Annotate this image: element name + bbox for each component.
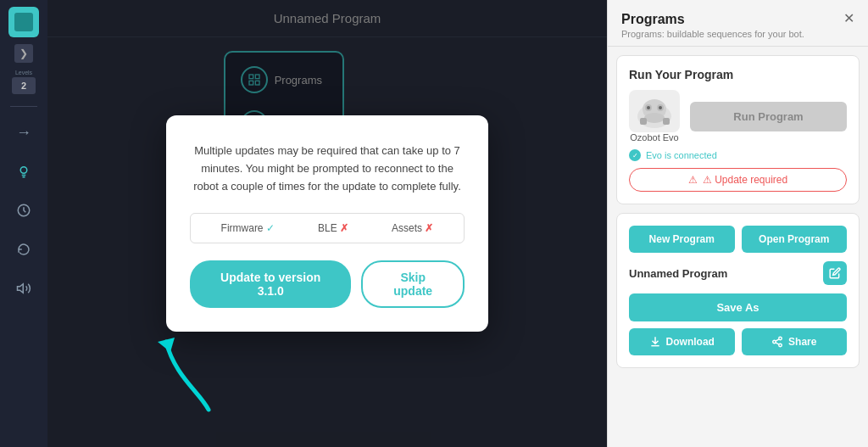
warning-icon: ⚠ <box>688 174 698 186</box>
dialog-overlay: Multiple updates may be required that ca… <box>47 0 607 447</box>
arrow-indicator <box>149 333 225 422</box>
svg-marker-2 <box>18 284 24 293</box>
right-panel: Programs Programs: buildable sequences f… <box>607 0 868 447</box>
share-button[interactable]: Share <box>742 328 848 355</box>
svg-point-26 <box>779 344 782 347</box>
ble-cross-icon: ✗ <box>340 222 348 234</box>
update-button[interactable]: Update to version 3.1.0 <box>190 260 351 308</box>
download-icon <box>649 336 661 348</box>
svg-rect-22 <box>663 118 670 125</box>
svg-point-18 <box>647 106 650 109</box>
program-name-label: Unnamed Program <box>629 267 727 280</box>
levels-badge: 2 <box>12 77 36 94</box>
clock-icon[interactable] <box>10 197 37 224</box>
download-share-row: Download Share <box>629 328 847 355</box>
share-label: Share <box>788 336 816 348</box>
connected-dot-icon: ✓ <box>629 149 641 161</box>
run-section-title: Run Your Program <box>629 68 847 81</box>
svg-point-20 <box>644 113 665 123</box>
robot-row: Ozobot Evo Run Program <box>629 90 847 142</box>
refresh-icon[interactable] <box>10 236 37 263</box>
dialog-message: Multiple updates may be required that ca… <box>190 142 465 195</box>
download-button[interactable]: Download <box>629 328 735 355</box>
firmware-check-icon: ✓ <box>266 222 275 234</box>
panel-title: Programs <box>621 12 804 27</box>
update-required-button[interactable]: ⚠ ⚠ Update required <box>629 168 847 192</box>
update-dialog: Multiple updates may be required that ca… <box>166 115 488 331</box>
programs-management-section: New Program Open Program Unnamed Program… <box>616 213 860 368</box>
update-required-label: ⚠ Update required <box>703 174 787 186</box>
edit-program-name-button[interactable] <box>823 261 847 285</box>
new-program-button[interactable]: New Program <box>629 226 735 253</box>
ble-status: BLE ✗ <box>318 222 348 234</box>
robot-name: Ozobot Evo <box>629 132 680 142</box>
app-logo <box>8 7 39 37</box>
dialog-buttons: Update to version 3.1.0 Skip update <box>190 260 465 308</box>
new-open-row: New Program Open Program <box>629 226 847 253</box>
svg-point-19 <box>659 106 662 109</box>
panel-subtitle: Programs: buildable sequences for your b… <box>621 29 804 39</box>
run-program-button[interactable]: Run Program <box>690 102 847 131</box>
svg-point-0 <box>20 167 27 174</box>
connected-text: Evo is connected <box>646 150 717 160</box>
open-program-button[interactable]: Open Program <box>742 226 848 253</box>
sidebar-expand-button[interactable]: ❯ <box>14 44 33 63</box>
volume-icon[interactable] <box>10 275 37 302</box>
firmware-status: Firmware ✓ <box>221 222 275 234</box>
svg-point-24 <box>779 337 782 340</box>
arrow-right-icon[interactable]: → <box>10 119 37 146</box>
svg-line-28 <box>776 339 779 341</box>
robot-image <box>629 90 680 132</box>
program-name-row: Unnamed Program <box>629 261 847 285</box>
skip-button[interactable]: Skip update <box>361 260 465 308</box>
share-icon <box>771 336 783 348</box>
svg-marker-13 <box>158 338 175 352</box>
lightbulb-icon[interactable] <box>10 158 37 185</box>
assets-cross-icon: ✗ <box>425 222 433 234</box>
svg-point-25 <box>773 340 776 344</box>
update-status-row: Firmware ✓ BLE ✗ Assets ✗ <box>190 213 465 243</box>
sidebar: ❯ Levels 2 → <box>0 0 47 447</box>
levels-label: Levels <box>15 70 32 75</box>
close-icon[interactable]: ✕ <box>843 10 854 26</box>
save-as-button[interactable]: Save As <box>629 293 847 321</box>
svg-rect-21 <box>640 118 647 125</box>
run-program-section: Run Your Program <box>616 55 860 204</box>
assets-status: Assets ✗ <box>392 222 433 234</box>
connected-status: ✓ Evo is connected <box>629 149 847 161</box>
download-label: Download <box>666 336 715 348</box>
svg-line-27 <box>776 343 779 344</box>
panel-header: Programs Programs: buildable sequences f… <box>608 0 868 47</box>
sidebar-divider-1 <box>10 106 37 107</box>
